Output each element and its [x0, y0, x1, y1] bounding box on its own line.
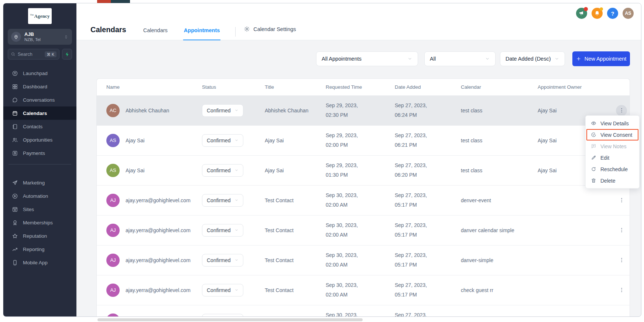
status-dropdown[interactable]: Confirmed — [202, 284, 243, 296]
table-row[interactable]: AS Ajay Sai Confirmed Ajay Sai Sep 29, 2… — [97, 125, 630, 155]
requested-time: Sep 29, 2023,02:00 PM — [326, 131, 370, 150]
table-row[interactable]: AJ ajay.yerra@gohighlevel.com Confirmed … — [97, 275, 630, 305]
sidebar-item-label: Calendars — [23, 111, 47, 116]
avatar: AC — [106, 104, 120, 117]
row-actions-button[interactable] — [616, 105, 627, 116]
menu-item-reschedule[interactable]: Reschedule — [586, 163, 639, 175]
table-row[interactable]: AJ ajay.yerra@gohighlevel.com Confirmed … — [97, 185, 630, 215]
date-added: Sep 27, 2023,05:17 PM — [395, 251, 439, 270]
sidebar-item-contacts[interactable]: Contacts — [3, 120, 76, 133]
user-avatar[interactable]: AS — [623, 8, 634, 19]
horizontal-scrollbar[interactable] — [0, 318, 644, 322]
table-row[interactable]: AJ ajay.yerra@gohighlevel.com Confirmed … — [97, 215, 630, 245]
row-actions-button[interactable] — [616, 225, 627, 236]
table-row[interactable]: AJ ajay.yerra@gohighlevel.com Confirmed … — [97, 245, 630, 275]
quick-actions-button[interactable] — [62, 49, 72, 60]
chevron-updown-icon — [64, 34, 69, 40]
table-row[interactable]: AC Abhishek Chauhan Confirmed Abhishek C… — [97, 95, 630, 125]
account-texts: AJB NZB, Tel — [24, 31, 60, 42]
page-header: ? AS Calendars Calendars Appointments Ca… — [76, 3, 641, 40]
memberships-icon — [12, 220, 18, 226]
status-dropdown[interactable]: Confirmed — [202, 224, 243, 237]
date-added: Sep 27, 2023,05:17 PM — [395, 281, 439, 300]
sidebar-item-dashboard[interactable]: Dashboard — [3, 80, 76, 93]
calendar-name: test class — [461, 167, 482, 173]
row-actions-button[interactable] — [616, 255, 627, 266]
sidebar-item-launchpad[interactable]: Launchpad — [3, 67, 76, 80]
dots-vertical-icon — [619, 107, 625, 113]
sidebar-item-reputation[interactable]: Reputation — [3, 229, 76, 243]
date-added: Sep 27, 2023,05:17 PM — [395, 221, 439, 240]
logo-prefix: The — [30, 13, 34, 16]
status-value: Confirmed — [207, 138, 231, 143]
date-added: Sep 27, 2023,05:17 PM — [395, 311, 439, 316]
menu-item-view-details[interactable]: View Details — [586, 118, 639, 129]
date-added: Sep 27, 2023,06:21 PM — [395, 131, 439, 150]
row-actions-button[interactable] — [616, 315, 627, 316]
sidebar-item-memberships[interactable]: Memberships — [3, 216, 76, 229]
avatar: AJ — [106, 194, 120, 207]
account-switcher[interactable]: AJB NZB, Tel — [8, 29, 72, 45]
sidebar-item-opportunities[interactable]: Opportunities — [3, 133, 76, 146]
contact-name: ajay.yerra@gohighlevel.com — [126, 287, 191, 293]
date-added: Sep 27, 2023,06:24 PM — [395, 101, 439, 120]
eye-icon — [591, 121, 596, 126]
status-dropdown[interactable]: Confirmed — [202, 194, 243, 207]
sidebar-item-automation[interactable]: Automation — [3, 189, 76, 203]
appointment-title: Ajay Sai — [265, 138, 284, 143]
column-header: Requested Time — [326, 79, 395, 95]
appointment-title: Ajay Sai — [265, 167, 284, 173]
announcements-button[interactable] — [576, 8, 587, 19]
notifications-button[interactable] — [592, 8, 603, 19]
new-appointment-button[interactable]: New Appointment — [572, 51, 630, 66]
chevron-down-icon — [234, 258, 239, 262]
app-window: TheAgency AJB NZB, Tel Search ⌘ K Launch… — [3, 3, 641, 317]
tab-calendars[interactable]: Calendars — [143, 27, 168, 40]
sidebar-item-marketing[interactable]: Marketing — [3, 176, 76, 189]
column-header: Status — [202, 79, 265, 95]
menu-item-edit[interactable]: Edit — [586, 152, 639, 163]
sidebar-item-sites[interactable]: Sites — [3, 203, 76, 216]
sidebar-item-label: Marketing — [23, 180, 45, 186]
menu-item-view-consent[interactable]: View Consent — [586, 129, 639, 140]
calendar-name: check guest rr — [461, 287, 493, 293]
menu-item-delete[interactable]: Delete — [586, 175, 639, 186]
chevron-down-icon — [485, 56, 490, 61]
sidebar-item-payments[interactable]: Payments — [3, 146, 76, 160]
date-added: Sep 27, 2023,06:20 PM — [395, 161, 439, 180]
avatar: AS — [106, 134, 120, 147]
table-row[interactable]: AS Ajay Sai Confirmed Ajay Sai Sep 29, 2… — [97, 155, 630, 185]
sidebar-item-calendars[interactable]: Calendars — [3, 106, 76, 120]
status-dropdown[interactable]: Confirmed — [202, 134, 243, 147]
search-input[interactable]: Search ⌘ K — [8, 49, 59, 60]
row-actions-button[interactable] — [616, 195, 627, 206]
contact-name: Abhishek Chauhan — [126, 108, 169, 113]
status-dropdown[interactable]: Confirmed — [202, 254, 243, 267]
new-appointment-label: New Appointment — [585, 56, 627, 62]
status-dropdown[interactable]: Confirmed — [202, 164, 243, 177]
table-row[interactable]: AJ ajay.yerra@gohighlevel.com Confirmed … — [97, 305, 630, 316]
plus-icon — [576, 56, 581, 61]
appointments-table: NameStatusTitleRequested TimeDate AddedC… — [97, 79, 630, 316]
calendar-name: test class — [461, 108, 482, 113]
avatar: AJ — [106, 284, 120, 297]
tab-appointments[interactable]: Appointments — [183, 27, 220, 40]
help-button[interactable]: ? — [607, 8, 618, 19]
status-dropdown[interactable]: Confirmed — [202, 104, 243, 117]
calendar-name: test class — [461, 138, 482, 143]
question-mark: ? — [611, 10, 614, 17]
appointment-type-select[interactable]: All Appointments — [316, 51, 418, 66]
scrollbar-thumb[interactable] — [97, 318, 363, 321]
sidebar-item-mobile-app[interactable]: Mobile App — [3, 256, 76, 269]
appointment-owner: Ajay Sai — [538, 108, 556, 113]
sort-select[interactable]: Date Added (Desc) — [500, 51, 565, 66]
row-actions-button[interactable] — [616, 285, 627, 296]
column-header: Calendar — [461, 79, 538, 95]
sidebar-item-conversations[interactable]: Conversations — [3, 93, 76, 106]
sidebar-item-reporting[interactable]: Reporting — [3, 243, 76, 256]
tab-calendar-settings[interactable]: Calendar Settings — [244, 26, 296, 37]
contacts-icon — [12, 123, 18, 130]
table-body: AC Abhishek Chauhan Confirmed Abhishek C… — [97, 95, 630, 316]
status-dropdown[interactable]: Confirmed — [202, 314, 243, 316]
status-filter-select[interactable]: All — [424, 51, 496, 66]
